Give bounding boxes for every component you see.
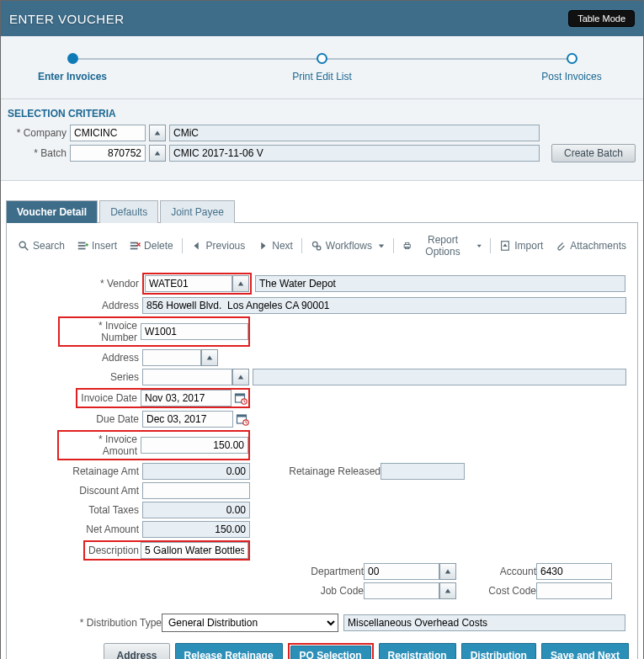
batch-code-input[interactable] — [70, 145, 146, 162]
create-batch-button[interactable]: Create Batch — [551, 144, 636, 162]
triangle-up-icon — [237, 280, 244, 287]
next-button[interactable]: Next — [251, 236, 299, 255]
cost-code-input[interactable] — [536, 582, 612, 599]
due-date-picker-button[interactable] — [235, 412, 250, 427]
company-code-input[interactable] — [70, 125, 146, 141]
job-code-lov-button[interactable] — [439, 582, 456, 599]
department-input[interactable] — [364, 563, 439, 580]
invoice-date-label: Invoice Date — [77, 391, 141, 406]
table-mode-button[interactable]: Table Mode — [568, 10, 635, 27]
svg-line-37 — [246, 423, 247, 423]
previous-button[interactable]: Previous — [185, 236, 252, 255]
job-code-label: Job Code — [296, 585, 364, 597]
invoice-amount-input[interactable] — [141, 437, 248, 454]
svg-rect-6 — [78, 248, 86, 250]
net-amount-label: Net Amount — [10, 523, 142, 535]
svg-line-32 — [244, 401, 245, 402]
distribution-type-label: * Distribution Type — [69, 617, 162, 629]
delete-icon — [129, 240, 141, 252]
svg-point-2 — [19, 242, 25, 247]
tab-joint-payee[interactable]: Joint Payee — [160, 200, 235, 223]
vendor-name-display — [255, 275, 625, 292]
vendor-address-display — [142, 297, 626, 314]
batch-lov-button[interactable] — [149, 145, 166, 162]
tab-defaults[interactable]: Defaults — [99, 200, 158, 223]
step-post-invoices[interactable]: Post Invoices — [521, 53, 622, 82]
company-lov-button[interactable] — [149, 125, 166, 141]
workflows-button[interactable]: Workflows — [305, 236, 391, 255]
search-button[interactable]: Search — [12, 236, 71, 255]
department-label: Department — [296, 566, 364, 577]
step-progress: Enter Invoices Print Edit List Post Invo… — [1, 36, 643, 99]
arrow-left-icon — [191, 240, 203, 252]
description-input[interactable] — [141, 542, 248, 559]
toolbar: Search Insert Delete Previous Next Workf… — [10, 228, 634, 266]
printer-icon — [402, 240, 412, 252]
svg-marker-39 — [445, 589, 450, 593]
retainage-amt-display — [142, 463, 250, 480]
retainage-amt-label: Retainage Amt — [10, 465, 142, 477]
report-options-button[interactable]: Report Options — [397, 231, 488, 261]
page-title: ENTER VOUCHER — [9, 12, 125, 26]
svg-marker-25 — [238, 282, 243, 286]
account-input[interactable] — [536, 563, 612, 580]
distribution-button[interactable]: Distribution — [461, 643, 536, 659]
import-icon — [499, 240, 511, 252]
triangle-up-icon — [444, 587, 451, 594]
svg-rect-34 — [237, 415, 247, 417]
alt-address-input[interactable] — [142, 349, 201, 366]
department-lov-button[interactable] — [439, 563, 456, 580]
alt-address-lov-button[interactable] — [201, 349, 218, 366]
svg-marker-22 — [477, 245, 482, 247]
invoice-date-picker-button[interactable] — [233, 391, 248, 406]
import-button[interactable]: Import — [493, 236, 549, 255]
step-enter-invoices[interactable]: Enter Invoices — [22, 53, 123, 82]
vendor-code-input[interactable] — [145, 275, 232, 292]
svg-rect-29 — [236, 394, 245, 396]
paperclip-icon — [555, 240, 567, 252]
svg-rect-8 — [87, 243, 88, 247]
vendor-lov-button[interactable] — [232, 275, 249, 292]
svg-point-16 — [312, 242, 317, 247]
registration-button[interactable]: Registration — [379, 643, 456, 659]
net-amount-display — [142, 521, 250, 538]
svg-point-17 — [317, 246, 321, 250]
triangle-up-icon — [444, 568, 451, 575]
retainage-released-label: Retainage Released — [284, 465, 381, 477]
save-and-next-button[interactable]: Save and Next — [541, 643, 629, 659]
job-code-input[interactable] — [364, 582, 439, 599]
release-retainage-button[interactable]: Release Retainage — [175, 643, 283, 659]
po-selection-button[interactable]: PO Selection — [290, 646, 371, 659]
vendor-address-label: Address — [10, 300, 142, 311]
discount-amt-input[interactable] — [142, 482, 250, 499]
series-input[interactable] — [142, 369, 232, 385]
account-label: Account — [456, 566, 536, 577]
invoice-number-input[interactable] — [141, 323, 248, 340]
distribution-type-select[interactable]: General Distribution — [162, 614, 338, 632]
due-date-input[interactable] — [142, 411, 233, 428]
svg-rect-9 — [130, 242, 138, 244]
svg-marker-24 — [503, 243, 508, 247]
insert-icon — [77, 240, 88, 252]
chevron-down-icon — [476, 242, 482, 249]
tab-voucher-detail[interactable]: Voucher Detail — [6, 200, 98, 223]
due-date-label: Due Date — [10, 413, 142, 425]
svg-rect-4 — [78, 242, 86, 244]
invoice-number-label: * Invoice Number — [60, 318, 141, 345]
delete-button[interactable]: Delete — [123, 236, 179, 255]
invoice-date-input[interactable] — [141, 390, 232, 407]
company-name-display — [169, 125, 540, 141]
svg-rect-5 — [78, 245, 86, 247]
batch-name-display — [169, 145, 540, 162]
triangle-up-icon — [237, 374, 244, 380]
svg-marker-15 — [262, 242, 266, 250]
insert-button[interactable]: Insert — [71, 236, 123, 255]
retainage-released-display — [381, 463, 465, 480]
attachments-button[interactable]: Attachments — [549, 236, 632, 255]
series-lov-button[interactable] — [232, 369, 249, 385]
step-print-edit-list[interactable]: Print Edit List — [272, 53, 373, 82]
search-icon — [18, 240, 29, 252]
alt-address-label: Address — [10, 352, 142, 364]
svg-line-3 — [24, 247, 28, 250]
address-button[interactable]: Address — [104, 643, 169, 659]
